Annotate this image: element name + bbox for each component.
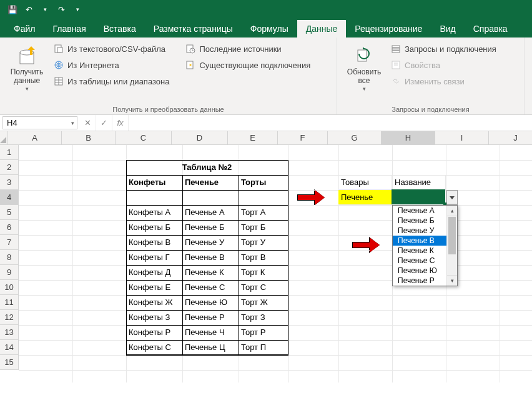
tab-вставка[interactable]: Вставка [95, 20, 145, 38]
col-header-I[interactable]: I [435, 131, 489, 145]
fx-button[interactable]: fx [112, 115, 129, 131]
row-header-8[interactable]: 8 [0, 250, 19, 265]
cell-C8[interactable]: Конфеты Г [126, 250, 182, 265]
cell-G3[interactable]: Товары [338, 175, 392, 190]
cell-D6[interactable]: Печенье Б [182, 220, 239, 235]
cell-C11[interactable]: Конфеты Ж [126, 295, 182, 310]
row-header-13[interactable]: 13 [0, 325, 19, 340]
row-header-5[interactable]: 5 [0, 205, 19, 220]
cell-C3[interactable]: Конфеты [126, 175, 182, 190]
col-header-F[interactable]: F [278, 131, 328, 145]
tab-рецензирование[interactable]: Рецензирование [346, 20, 431, 38]
cell-C7[interactable]: Конфеты В [126, 235, 182, 250]
tab-вид[interactable]: Вид [431, 20, 464, 38]
cell-D5[interactable]: Печенье А [182, 205, 239, 220]
cell-C5[interactable]: Конфеты А [126, 205, 182, 220]
queries-icon [391, 44, 401, 54]
undo-more-icon[interactable]: ▾ [37, 2, 52, 17]
cell-E3[interactable]: Торты [239, 175, 288, 190]
tab-данные[interactable]: Данные [297, 20, 347, 38]
recent-sources-button[interactable]: Последние источники [183, 42, 313, 55]
cell-D13[interactable]: Печенье Ч [182, 325, 239, 340]
row-header-9[interactable]: 9 [0, 265, 19, 280]
tab-файл[interactable]: Файл [5, 20, 44, 38]
properties-icon [391, 60, 401, 70]
row-header-14[interactable]: 14 [0, 340, 19, 355]
cell-E12[interactable]: Торт З [239, 310, 288, 325]
row-header-10[interactable]: 10 [0, 280, 19, 295]
name-box-dropdown-icon[interactable]: ▾ [71, 120, 74, 126]
cell-C9[interactable]: Конфеты Д [126, 265, 182, 280]
cell-C14[interactable]: Конфеты С [126, 340, 182, 355]
get-data-icon [16, 42, 37, 68]
from-table-button[interactable]: Из таблицы или диапазона [51, 75, 172, 88]
table-title[interactable]: Таблица №2 [126, 160, 288, 175]
row-header-3[interactable]: 3 [0, 175, 19, 190]
col-header-A[interactable]: A [8, 131, 62, 145]
active-cell[interactable] [392, 189, 445, 204]
enter-formula-button[interactable]: ✓ [96, 115, 112, 131]
undo-icon[interactable]: ↶ [21, 2, 36, 17]
cell-C6[interactable]: Конфеты Б [126, 220, 182, 235]
row-header-7[interactable]: 7 [0, 235, 19, 250]
cancel-formula-button[interactable]: ✕ [80, 115, 96, 131]
refresh-all-button[interactable]: Обновить все ▾ [342, 40, 386, 104]
existing-connections-button[interactable]: Существующие подключения [183, 59, 313, 71]
col-header-E[interactable]: E [228, 131, 278, 145]
cell-G4[interactable]: Печенье [338, 190, 392, 205]
validation-dropdown-list[interactable]: Печенье АПеченье БПеченье УПеченье ВПече… [392, 205, 458, 286]
col-header-J[interactable]: J [489, 131, 532, 145]
cell-E13[interactable]: Торт Р [239, 325, 288, 340]
cell-E8[interactable]: Торт В [239, 250, 288, 265]
row-header-1[interactable]: 1 [0, 145, 19, 160]
cell-C10[interactable]: Конфеты Е [126, 280, 182, 295]
qat-customize-icon[interactable]: ▾ [70, 2, 85, 17]
cell-D8[interactable]: Печенье В [182, 250, 239, 265]
redo-icon[interactable]: ↷ [54, 2, 69, 17]
cell-D14[interactable]: Печенье Ц [182, 340, 239, 355]
cell-D7[interactable]: Печенье У [182, 235, 239, 250]
col-header-B[interactable]: B [62, 131, 116, 145]
col-header-G[interactable]: G [328, 131, 382, 145]
cell-D3[interactable]: Печенье [182, 175, 239, 190]
save-icon[interactable]: 💾 [5, 2, 20, 17]
cell-C12[interactable]: Конфеты З [126, 310, 182, 325]
row-header-4[interactable]: 4 [0, 190, 19, 205]
cell-H3[interactable]: Название [392, 175, 446, 190]
cell-C13[interactable]: Конфеты Р [126, 325, 182, 340]
from-csv-button[interactable]: Из текстового/CSV-файла [51, 42, 172, 55]
tab-разметка страницы[interactable]: Разметка страницы [145, 20, 242, 38]
cell-E6[interactable]: Торт Б [239, 220, 288, 235]
cell-E11[interactable]: Торт Ж [239, 295, 288, 310]
get-data-button[interactable]: Получить данные ▾ [5, 40, 49, 104]
properties-button: Свойства [388, 59, 499, 71]
select-all-button[interactable] [0, 131, 8, 145]
row-header-11[interactable]: 11 [0, 295, 19, 310]
row-header-2[interactable]: 2 [0, 160, 19, 175]
row-header-15[interactable]: 15 [0, 355, 19, 370]
tab-справка[interactable]: Справка [465, 20, 516, 38]
col-header-D[interactable]: D [172, 131, 228, 145]
name-box[interactable]: H4▾ [2, 116, 77, 129]
queries-connections-button[interactable]: Запросы и подключения [388, 42, 499, 55]
cell-D11[interactable]: Печенье Ю [182, 295, 239, 310]
cell-D10[interactable]: Печенье С [182, 280, 239, 295]
col-header-C[interactable]: C [116, 131, 172, 145]
tab-формулы[interactable]: Формулы [242, 20, 297, 38]
cell-E14[interactable]: Торт П [239, 340, 288, 355]
tab-главная[interactable]: Главная [44, 20, 94, 38]
cell-D9[interactable]: Печенье К [182, 265, 239, 280]
formula-input[interactable] [129, 115, 532, 131]
row-header-12[interactable]: 12 [0, 310, 19, 325]
dropdown-scrollbar[interactable] [446, 206, 457, 286]
from-web-button[interactable]: Из Интернета [51, 59, 172, 71]
get-data-label: Получить данные [6, 68, 47, 86]
cell-E5[interactable]: Торт А [239, 205, 288, 220]
cell-E9[interactable]: Торт К [239, 265, 288, 280]
validation-dropdown-button[interactable] [446, 190, 458, 205]
cell-E10[interactable]: Торт С [239, 280, 288, 295]
col-header-H[interactable]: H [382, 131, 435, 145]
cell-D12[interactable]: Печенье Р [182, 310, 239, 325]
row-header-6[interactable]: 6 [0, 220, 19, 235]
cell-E7[interactable]: Торт У [239, 235, 288, 250]
